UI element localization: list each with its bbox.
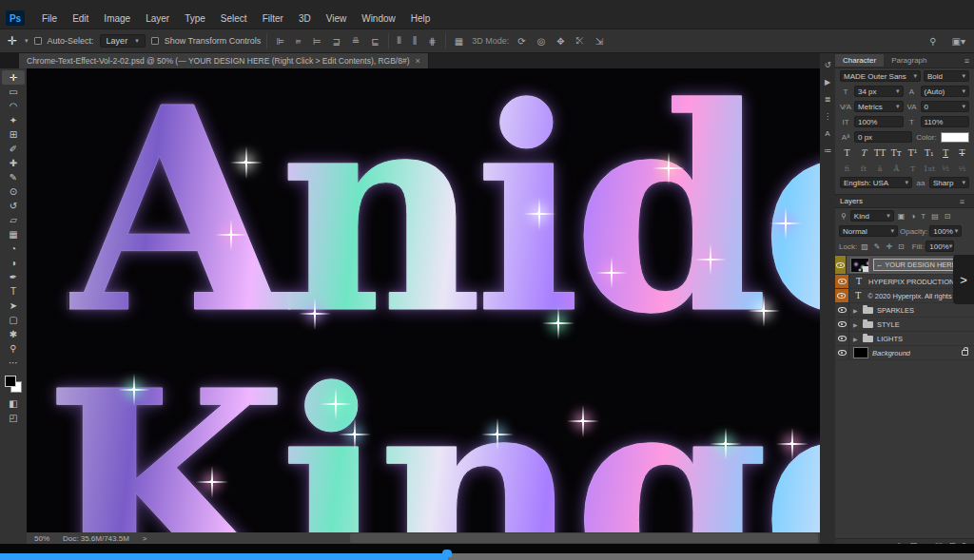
font-size-dropdown[interactable]: 34 px ▾ (854, 86, 904, 97)
tool-history-brush[interactable]: ↺ (2, 199, 25, 213)
layer-name[interactable]: Background (872, 349, 910, 357)
menu-window[interactable]: Window (354, 11, 403, 26)
tracking-dropdown[interactable]: 0 ▾ (921, 101, 970, 112)
align-left-button[interactable]: ⊫ (273, 36, 287, 47)
horizontal-scale-input[interactable]: 110% (921, 116, 970, 127)
discretionary-ligatures-button[interactable]: â (874, 163, 886, 174)
align-options-button[interactable]: ▦ (452, 36, 466, 47)
layer-name[interactable]: SPARKLES (877, 306, 914, 315)
tool-path-select[interactable]: ➤ (2, 299, 25, 313)
distribute-spacing-button[interactable]: ⋕ (425, 36, 438, 47)
fractions-button[interactable]: ½ (940, 163, 952, 174)
distribute-v-button[interactable]: ⫼ (410, 35, 420, 47)
tool-blur[interactable]: ◔ (2, 241, 25, 256)
leading-dropdown[interactable]: (Auto) ▾ (921, 86, 970, 97)
glyphs-panel-icon[interactable]: A (825, 129, 829, 138)
layer-name[interactable]: HYPERPIX PRODUCTIONS (868, 278, 959, 286)
panel-menu-icon[interactable]: ≡ (960, 197, 969, 206)
horizontal-scrollbar[interactable] (350, 533, 818, 543)
vertical-scale-input[interactable]: 100% (854, 116, 904, 127)
tool-eraser[interactable]: ▱ (2, 213, 25, 227)
tool-brush[interactable]: ✎ (2, 170, 25, 184)
auto-select-target-dropdown[interactable]: Layer ▾ (100, 34, 146, 48)
panel-menu-icon[interactable]: ≡ (964, 56, 974, 66)
tool-healing-brush[interactable]: ✚ (2, 156, 25, 170)
faux-italic-button[interactable]: T (857, 147, 869, 159)
tool-pen[interactable]: ✒ (2, 270, 25, 284)
visibility-cell[interactable] (835, 303, 849, 317)
zoom-level[interactable]: 50% (34, 534, 49, 543)
show-transform-checkbox[interactable] (151, 37, 159, 45)
3d-pan-button[interactable]: ✥ (554, 36, 567, 47)
tool-dodge[interactable]: ◑ (2, 256, 25, 270)
3d-slide-button[interactable]: ⤪ (574, 35, 587, 47)
actions-panel-icon[interactable]: ▶ (825, 78, 830, 87)
visibility-cell[interactable] (835, 318, 849, 331)
align-bottom-button[interactable]: ⊑ (368, 36, 381, 47)
close-icon[interactable]: × (416, 56, 420, 66)
tab-paragraph[interactable]: Paragraph (884, 54, 934, 67)
all-caps-button[interactable]: TT (874, 147, 886, 159)
layer-row-sparkles[interactable]: ▶ SPARKLES (835, 303, 974, 318)
layer-row-background[interactable]: Background (835, 346, 974, 360)
3d-roll-button[interactable]: ◎ (535, 36, 549, 47)
menu-filter[interactable]: Filter (255, 11, 291, 26)
tool-preset-chevron-icon[interactable]: ▾ (25, 37, 29, 45)
next-overlay-button[interactable]: > (953, 255, 974, 304)
visibility-cell[interactable] (835, 256, 847, 274)
tool-gradient[interactable]: ▦ (2, 227, 25, 241)
ordinals-button[interactable]: 1st (923, 163, 935, 174)
visibility-cell[interactable] (835, 346, 849, 359)
layer-name[interactable]: STYLE (877, 320, 900, 329)
group-expand-icon[interactable]: ▶ (853, 336, 859, 342)
search-icon[interactable]: ⚲ (926, 36, 939, 47)
fill-dropdown[interactable]: 100% ▾ (925, 241, 954, 252)
strikethrough-button[interactable]: T (956, 147, 968, 159)
history-panel-icon[interactable]: ↺ (825, 61, 831, 69)
background-thumbnail[interactable] (853, 347, 868, 358)
3d-scale-button[interactable]: ⇲ (593, 36, 606, 47)
screen-mode-button[interactable]: ◰ (2, 411, 25, 425)
group-expand-icon[interactable]: ▶ (853, 321, 859, 328)
align-top-button[interactable]: ⊒ (329, 36, 342, 47)
baseline-shift-input[interactable]: 0 px (854, 131, 912, 143)
filter-smart-object-icon[interactable]: ⊡ (943, 212, 953, 221)
tool-move[interactable]: ✛ (2, 70, 25, 85)
filter-pixel-icon[interactable]: ▣ (896, 212, 907, 221)
document-tab[interactable]: Chrome-Text-Effect-Vol-2-02.psd @ 50% (—… (19, 53, 429, 68)
stylistic-alternates-button[interactable]: T (906, 163, 919, 174)
align-right-button[interactable]: ⊨ (310, 36, 324, 47)
menu-layer[interactable]: Layer (138, 11, 177, 26)
layer-name[interactable]: LIGHTS (877, 335, 903, 343)
workspace-switcher-icon[interactable]: ▣▾ (949, 36, 968, 47)
faux-bold-button[interactable]: T (841, 147, 853, 159)
tool-clone-stamp[interactable]: ⊙ (2, 184, 25, 199)
distribute-h-button[interactable]: ⫴ (395, 35, 404, 47)
lock-transparent-icon[interactable]: ▨ (859, 242, 870, 251)
menu-view[interactable]: View (319, 11, 355, 26)
superscript-button[interactable]: T¹ (906, 147, 919, 159)
visibility-cell[interactable] (835, 289, 849, 302)
contextual-alternates-button[interactable]: ſt (857, 163, 869, 174)
lock-pixels-icon[interactable]: ✎ (872, 242, 883, 251)
underline-button[interactable]: T (940, 147, 952, 159)
menu-type[interactable]: Type (177, 11, 213, 26)
filter-adjustment-icon[interactable]: ◑ (908, 212, 917, 221)
blend-mode-dropdown[interactable]: Normal ▾ (839, 225, 898, 237)
layer-filter-dropdown[interactable]: Kind ▾ (850, 210, 894, 222)
color-swatches[interactable] (5, 376, 22, 393)
filter-group-icon[interactable]: ▤ (929, 212, 941, 221)
tab-character[interactable]: Character (835, 54, 884, 67)
styles-panel-icon[interactable]: ≣ (825, 95, 831, 104)
tool-marquee[interactable]: ▭ (2, 85, 25, 99)
lock-all-icon[interactable]: ⊡ (896, 242, 906, 251)
titling-alternates-button[interactable]: ⅓ (956, 163, 968, 174)
paragraph-styles-panel-icon[interactable]: ≔ (824, 146, 831, 155)
menu-edit[interactable]: Edit (65, 11, 96, 26)
font-family-dropdown[interactable]: MADE Outer Sans ▾ (840, 70, 921, 82)
layer-row-style[interactable]: ▶ STYLE (835, 318, 974, 332)
opacity-dropdown[interactable]: 100% ▾ (929, 225, 962, 237)
tool-type[interactable]: T (2, 284, 25, 299)
menu-select[interactable]: Select (213, 11, 255, 26)
language-dropdown[interactable]: English: USA ▾ (840, 177, 912, 188)
